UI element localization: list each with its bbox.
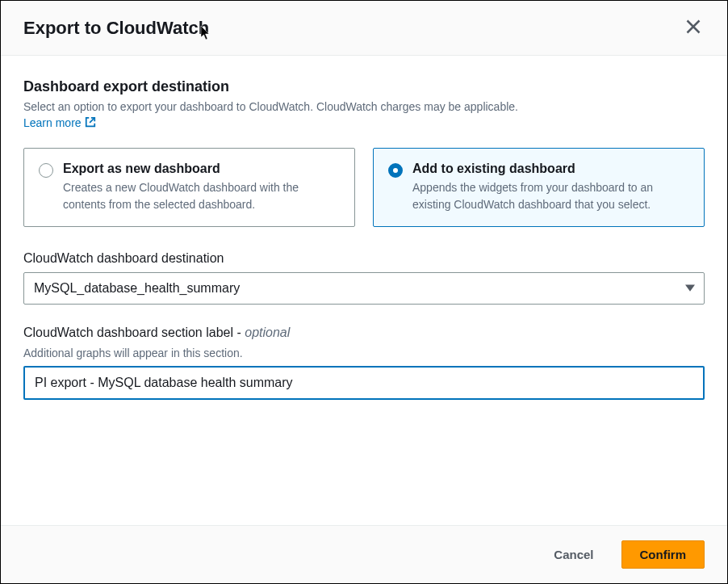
learn-more-label: Learn more	[23, 116, 82, 129]
option-add-existing[interactable]: Add to existing dashboard Appends the wi…	[373, 148, 705, 227]
dialog-title: Export to CloudWatch	[23, 18, 209, 39]
close-button[interactable]	[682, 15, 705, 40]
svg-line-2	[90, 117, 94, 122]
radio-icon	[39, 163, 53, 178]
close-icon	[685, 25, 701, 37]
export-option-group: Export as new dashboard Creates a new Cl…	[23, 148, 705, 227]
section-label-input[interactable]	[23, 366, 705, 400]
dialog-body: Dashboard export destination Select an o…	[1, 56, 727, 525]
radio-icon	[388, 163, 403, 178]
option-existing-description: Appends the widgets from your dashboard …	[412, 179, 689, 213]
cancel-button[interactable]: Cancel	[536, 540, 611, 569]
option-new-title: Export as new dashboard	[63, 162, 340, 176]
option-existing-title: Add to existing dashboard	[412, 162, 689, 176]
dashboard-select-wrapper	[23, 272, 705, 305]
learn-more-link[interactable]: Learn more	[23, 116, 96, 130]
export-dialog: Export to CloudWatch Dashboard export de…	[1, 1, 727, 583]
destination-section-description: Select an option to export your dashboar…	[23, 99, 705, 116]
section-label-field: CloudWatch dashboard section label - opt…	[23, 326, 705, 400]
destination-section-title: Dashboard export destination	[23, 78, 705, 95]
option-export-new[interactable]: Export as new dashboard Creates a new Cl…	[23, 148, 355, 227]
confirm-button[interactable]: Confirm	[621, 540, 705, 569]
dashboard-destination-field: CloudWatch dashboard destination	[23, 251, 705, 305]
section-label-label: CloudWatch dashboard section label - opt…	[23, 326, 705, 340]
external-link-icon	[85, 116, 96, 130]
dashboard-destination-label: CloudWatch dashboard destination	[23, 251, 705, 266]
dialog-header: Export to CloudWatch	[1, 1, 727, 56]
section-label-help: Additional graphs will appear in this se…	[23, 347, 705, 359]
dashboard-destination-select[interactable]	[23, 272, 705, 305]
dialog-footer: Cancel Confirm	[1, 525, 727, 583]
option-new-description: Creates a new CloudWatch dashboard with …	[63, 179, 340, 213]
